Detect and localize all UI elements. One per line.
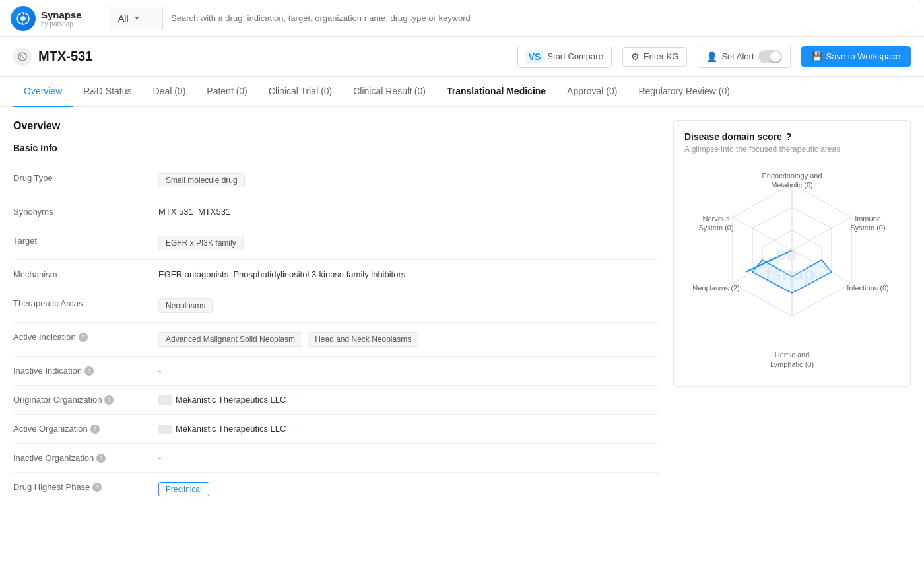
set-alert-button[interactable]: 👤 Set Alert: [698, 46, 790, 68]
tab-deal[interactable]: Deal (0): [143, 77, 197, 107]
label-neoplasms: Neoplasms (2): [686, 283, 746, 292]
drug-highest-phase-help-icon: ?: [92, 483, 102, 492]
brand-name: Synapse: [41, 9, 82, 20]
disease-domain-help-icon: ?: [786, 131, 792, 142]
disease-domain-title-text: Disease domain score: [684, 131, 782, 142]
org-arrow-icon: ↑↑: [290, 395, 298, 405]
active-indication-label: Active Indication ?: [13, 332, 158, 342]
active-indication-row: Active Indication ? Advanced Malignant S…: [13, 323, 660, 357]
tab-clinical-trial[interactable]: Clinical Trial (0): [258, 77, 343, 107]
brand-sub: by patsnap: [41, 20, 82, 28]
svg-text:pa: pa: [776, 244, 797, 264]
disease-domain-subtitle: A glimpse into the focused therapeutic a…: [684, 145, 900, 154]
mechanism-row: Mechanism EGFR antagonists Phosphatidyli…: [13, 260, 660, 289]
inactive-indication-help-icon: ?: [84, 366, 94, 376]
active-org-logo-icon: [158, 425, 172, 434]
target-label: Target: [13, 236, 158, 246]
tab-patent[interactable]: Patent (0): [196, 77, 257, 107]
originator-org-label: Originator Organization ?: [13, 395, 158, 405]
chevron-down-icon: ▼: [134, 15, 141, 22]
mechanism-label: Mechanism: [13, 269, 158, 279]
tab-overview[interactable]: Overview: [13, 77, 73, 107]
target-value: EGFR x PI3K family: [158, 236, 660, 250]
synonyms-value: MTX 531 MTX531: [158, 207, 660, 217]
inactive-indication-row: Inactive Indication ? -: [13, 357, 660, 386]
search-area[interactable]: All ▼: [110, 7, 913, 30]
inactive-indication-value: -: [158, 366, 660, 376]
label-endocrinology: Endocrinology andMetabolic (0): [749, 171, 835, 190]
inactive-org-value: -: [158, 453, 660, 463]
active-indication-help-icon: ?: [79, 333, 88, 342]
target-row: Target EGFR x PI3K family: [13, 226, 660, 260]
indication-tag-2: Head and Neck Neoplasms: [308, 332, 418, 347]
active-org-name: Mekanistic Therapeutics LLC: [176, 424, 286, 434]
inactive-org-label: Inactive Organization ?: [13, 453, 158, 463]
synonyms-row: Synonyms MTX 531 MTX531: [13, 197, 660, 226]
inactive-org-row: Inactive Organization ? -: [13, 444, 660, 473]
section-title: Overview: [13, 120, 660, 132]
topbar: Synapse by patsnap All ▼: [0, 0, 924, 37]
search-type-label: All: [118, 13, 129, 24]
search-input[interactable]: [163, 7, 913, 30]
tab-rd-status[interactable]: R&D Status: [73, 77, 142, 107]
compare-label: Start Compare: [547, 51, 603, 61]
drug-icon: [13, 48, 32, 66]
drug-type-label: Drug Type: [13, 173, 158, 183]
therapeutic-areas-tag: Neoplasms: [158, 298, 213, 313]
tab-clinical-result[interactable]: Clinical Result (0): [343, 77, 436, 107]
active-org-row: Active Organization ? Mekanistic Therape…: [13, 415, 660, 444]
tab-regulatory-review[interactable]: Regulatory Review (0): [628, 77, 741, 107]
drug-type-row: Drug Type Small molecule drug: [13, 164, 660, 197]
drug-type-tag: Small molecule drug: [158, 173, 245, 187]
drug-highest-phase-tag: Preclinical: [158, 482, 209, 496]
active-indication-value: Advanced Malignant Solid Neoplasm Head a…: [158, 332, 660, 347]
originator-org-help-icon: ?: [104, 395, 114, 405]
tab-approval[interactable]: Approval (0): [556, 77, 628, 107]
tab-translational-medicine[interactable]: Translational Medicine: [436, 77, 556, 107]
content-left: Overview Basic Info Drug Type Small mole…: [13, 120, 660, 506]
radar-chart: pa tsnap Endocrinology andMetabolic (0) …: [686, 164, 898, 376]
drug-name: MTX-531: [38, 49, 92, 64]
originator-org-name: Mekanistic Therapeutics LLC: [176, 395, 286, 405]
active-org-arrow-icon: ↑↑: [290, 425, 298, 434]
main-content: Overview Basic Info Drug Type Small mole…: [0, 107, 924, 520]
compare-icon: VS: [526, 50, 544, 63]
active-org-help-icon: ?: [90, 425, 100, 434]
synonyms-label: Synonyms: [13, 207, 158, 217]
target-tag: EGFR x PI3K family: [158, 236, 244, 250]
therapeutic-areas-label: Therapeutic Areas: [13, 298, 158, 308]
active-org-badge: Mekanistic Therapeutics LLC ↑↑: [158, 424, 298, 434]
kg-label: Enter KG: [644, 51, 678, 61]
kg-icon: ⚙: [631, 51, 640, 62]
compare-button[interactable]: VS Start Compare: [517, 46, 612, 68]
label-nervous: NervousSystem (0): [686, 214, 746, 233]
active-org-label: Active Organization ?: [13, 424, 158, 434]
search-type-select[interactable]: All ▼: [110, 7, 163, 30]
therapeutic-areas-value: Neoplasms: [158, 298, 660, 313]
drug-highest-phase-value: Preclinical: [158, 482, 660, 496]
active-org-value: Mekanistic Therapeutics LLC ↑↑: [158, 424, 660, 434]
drug-highest-phase-label: Drug Highest Phase ?: [13, 482, 158, 492]
header-actions: VS Start Compare ⚙ Enter KG 👤 Set Alert …: [517, 46, 911, 68]
org-logo-icon: [158, 395, 172, 405]
disease-domain-title: Disease domain score ?: [684, 131, 900, 142]
inactive-org-help-icon: ?: [96, 454, 106, 463]
drug-highest-phase-row: Drug Highest Phase ? Preclinical: [13, 473, 660, 506]
indication-tag-1: Advanced Malignant Solid Neoplasm: [158, 332, 302, 347]
alert-toggle[interactable]: [758, 50, 782, 63]
tabs-bar: Overview R&D Status Deal (0) Patent (0) …: [0, 77, 924, 107]
alert-icon: 👤: [706, 51, 717, 62]
svg-text:tsnap: tsnap: [766, 263, 815, 284]
drug-header: MTX-531 VS Start Compare ⚙ Enter KG 👤 Se…: [0, 37, 924, 77]
inactive-indication-label: Inactive Indication ?: [13, 366, 158, 376]
alert-toggle-thumb: [770, 51, 781, 62]
alert-label: Set Alert: [721, 51, 754, 61]
label-infectious: Infectious (0): [838, 283, 898, 292]
save-icon: 💾: [812, 51, 822, 61]
save-workspace-button[interactable]: 💾 Save to Workspace: [801, 46, 911, 67]
originator-org-row: Originator Organization ? Mekanistic The…: [13, 386, 660, 415]
enter-kg-button[interactable]: ⚙ Enter KG: [622, 47, 687, 67]
logo-text: Synapse by patsnap: [41, 9, 82, 28]
logo-area: Synapse by patsnap: [11, 6, 96, 31]
originator-org-badge: Mekanistic Therapeutics LLC ↑↑: [158, 395, 298, 405]
